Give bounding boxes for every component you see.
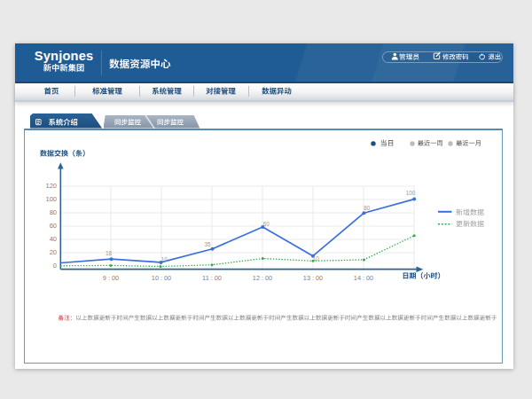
- svg-text:10: 10: [313, 255, 320, 262]
- svg-text:100: 100: [406, 190, 416, 196]
- svg-text:60: 60: [263, 221, 270, 227]
- svg-text:60: 60: [50, 222, 57, 230]
- svg-text:14 : 00: 14 : 00: [354, 274, 373, 282]
- svg-text:0: 0: [53, 262, 57, 270]
- svg-text:100: 100: [45, 195, 57, 203]
- svg-text:120: 120: [45, 182, 57, 190]
- svg-text:80: 80: [364, 205, 371, 211]
- svg-text:40: 40: [50, 235, 57, 243]
- svg-text:9 : 00: 9 : 00: [103, 274, 119, 282]
- svg-text:20: 20: [50, 248, 57, 256]
- svg-text:13 : 00: 13 : 00: [303, 274, 323, 282]
- svg-text:12 : 00: 12 : 00: [253, 274, 272, 282]
- svg-text:11 : 00: 11 : 00: [202, 274, 222, 282]
- svg-text:80: 80: [50, 208, 57, 216]
- svg-text:35: 35: [204, 241, 211, 247]
- svg-text:10 : 00: 10 : 00: [152, 274, 171, 282]
- svg-text:10: 10: [161, 256, 168, 262]
- svg-text:18: 18: [106, 250, 113, 256]
- svg-text:Synjones: Synjones: [35, 49, 93, 63]
